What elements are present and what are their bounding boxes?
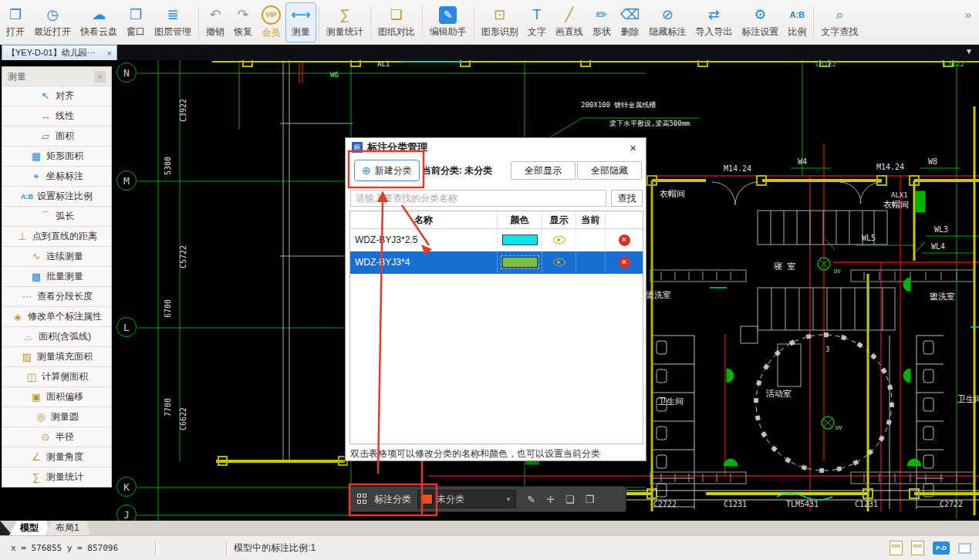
tab-layout1[interactable]: 布局1 — [45, 521, 90, 535]
measure-stats-button[interactable]: ∑测量统计 — [322, 2, 368, 42]
current-cell[interactable] — [576, 251, 606, 273]
color-swatch[interactable] — [502, 257, 538, 268]
tool-area[interactable]: ▱面积 — [2, 126, 111, 146]
color-swatch[interactable] — [502, 234, 538, 245]
move-icon[interactable]: ✛ — [546, 494, 555, 505]
grid-bubble-l: L — [116, 317, 137, 337]
tool-batch[interactable]: ▩批量测量 — [2, 266, 111, 286]
import-export-button[interactable]: ⇄导入导出 — [690, 2, 737, 42]
visibility-eye-icon[interactable] — [553, 236, 565, 244]
gear-icon: ⚙ — [754, 5, 766, 24]
draw-line-button[interactable]: ╱画直线 — [551, 2, 588, 42]
window-tag: C2722 — [653, 500, 677, 508]
tool-measure-stats[interactable]: ∑测量统计 — [2, 467, 111, 487]
delete-button[interactable]: ⌫删除 — [616, 2, 644, 42]
show-all-button[interactable]: 全部显示 — [511, 161, 576, 180]
toolbar-separator — [422, 6, 423, 39]
undo-button[interactable]: ↶撤销 — [201, 2, 229, 42]
classification-search-input[interactable] — [350, 190, 606, 207]
copy-icon[interactable]: ❏ — [565, 494, 575, 505]
tool-area-with-arc[interactable]: ⌓面积(含弧线) — [2, 326, 111, 346]
hide-annotation-button[interactable]: ⊘隐藏标注 — [644, 2, 690, 42]
dialog-close-icon[interactable]: × — [626, 141, 640, 154]
room-label-washroom: 盥洗室 — [930, 291, 955, 302]
tool-label: 修改单个标注属性 — [28, 310, 102, 323]
fill-area-icon: ▨ — [21, 351, 33, 363]
paste-icon[interactable]: ❐ — [585, 494, 594, 505]
eraser-icon: ⌫ — [620, 5, 640, 24]
tool-side-area[interactable]: ◫计算侧面积 — [2, 366, 111, 386]
layer-manage-button[interactable]: ≣图层管理 — [150, 2, 196, 42]
layers-icon: ≣ — [167, 5, 178, 24]
tool-label: 半径 — [56, 430, 74, 444]
grid-icon[interactable] — [357, 494, 368, 504]
tool-segment-length[interactable]: ⋯查看分段长度 — [2, 286, 111, 306]
tool-coordinate[interactable]: ⌖坐标标注 — [2, 166, 111, 186]
tool-align[interactable]: ↖对齐 — [2, 86, 111, 106]
text-icon: T — [532, 5, 541, 24]
display-toggle-icon[interactable] — [958, 543, 971, 554]
tool-fill-area[interactable]: ▨测量填充面积 — [2, 346, 111, 366]
measure-button[interactable]: ⟷测量 — [285, 2, 316, 42]
magnifier-icon: ⌕ — [836, 5, 843, 24]
edit-assistant-button[interactable]: ✎编辑助手 — [425, 2, 471, 42]
visibility-eye-icon[interactable] — [553, 258, 565, 266]
tool-angle[interactable]: ∠测量角度 — [2, 447, 111, 467]
room-label-cloakroom: 衣帽间 — [660, 188, 685, 200]
current-cell[interactable] — [576, 229, 606, 251]
tool-radius[interactable]: ⊙半径 — [2, 427, 111, 447]
classification-dropdown[interactable]: 未分类 ▼ — [417, 490, 516, 508]
find-button[interactable]: 查找 — [611, 190, 643, 207]
delete-icon[interactable]: ✕ — [619, 234, 630, 246]
recent-open-button[interactable]: ◷最近打开 — [29, 2, 76, 42]
measure-tool-panel: 测量 × ↖对齐 ↔线性 ▱面积 ▦矩形面积 ⌖坐标标注 A:B设置标注比例 ⌒… — [2, 66, 112, 487]
dialog-icon: 标 — [352, 142, 363, 153]
vip-member-button[interactable]: VIP会员 — [257, 2, 285, 42]
tool-area-offset[interactable]: ▣面积偏移 — [2, 386, 111, 407]
text-search-button[interactable]: ⌕文字查找 — [816, 2, 863, 42]
tab-close-icon[interactable]: × — [107, 49, 112, 58]
scale-button[interactable]: A:B比例 — [783, 2, 811, 42]
open-button[interactable]: ❐打开 — [2, 2, 29, 42]
tool-arc-length[interactable]: ⌒弧长 — [2, 206, 111, 226]
panel-close-icon[interactable]: × — [94, 71, 106, 83]
table-row-selected[interactable]: WDZ-BYJ3*4 ✕ — [350, 251, 643, 274]
drawing-compare-button[interactable]: ❏图纸对比 — [373, 2, 420, 42]
tool-linear[interactable]: ↔线性 — [2, 106, 111, 126]
hide-all-button[interactable]: 全部隐藏 — [577, 161, 642, 180]
tool-label: 计算侧面积 — [42, 370, 88, 383]
vip-icon: VIP — [262, 5, 281, 25]
toolbar-overflow-chevron-icon[interactable]: » — [959, 8, 977, 21]
tool-measure-circle[interactable]: ◎测量圆 — [2, 407, 111, 427]
tool-rect-area[interactable]: ▦矩形面积 — [2, 146, 111, 166]
strip-collapse-icon[interactable]: ▼ — [965, 47, 973, 56]
window-button[interactable]: ❒窗口 — [122, 2, 150, 42]
pdf-edit-icon[interactable]: PDF — [911, 541, 924, 555]
classify-label: 标注分类 — [374, 493, 411, 506]
clock-icon: ◷ — [46, 5, 59, 24]
delete-icon[interactable]: ✕ — [619, 257, 630, 268]
edit-icon[interactable]: ✎ — [527, 494, 535, 505]
hide-annotation-label: 隐藏标注 — [649, 25, 686, 39]
pdf-export-icon[interactable]: PDF — [890, 541, 903, 555]
redo-button[interactable]: ↷恢复 — [229, 2, 257, 42]
current-classification-text: 当前分类: 未分类 — [422, 164, 492, 177]
tool-set-scale[interactable]: A:B设置标注比例 — [2, 186, 111, 206]
tool-point-to-line[interactable]: ⊥点到直线的距离 — [2, 226, 111, 246]
cloud-drive-button[interactable]: ☁快看云盘 — [76, 2, 122, 42]
document-tab[interactable]: 【YEY-D-01】幼儿园··· × — [2, 45, 117, 60]
pd-badge-icon[interactable]: P-D — [933, 541, 950, 555]
tool-label: 测量角度 — [46, 450, 83, 464]
new-classification-button[interactable]: ⊕ 新建分类 — [354, 160, 420, 181]
tool-continuous[interactable]: ∿连续测量 — [2, 246, 111, 266]
text-button[interactable]: T文字 — [523, 2, 551, 42]
shape-button[interactable]: ✏形状 — [588, 2, 616, 42]
annotation-settings-button[interactable]: ⚙标注设置 — [737, 2, 783, 42]
table-row[interactable]: WDZ-BYJ3*2.5 ✕ — [350, 229, 643, 251]
toolbar-separator — [198, 6, 199, 39]
main-toolbar: ❐打开 ◷最近打开 ☁快看云盘 ❒窗口 ≣图层管理 ↶撤销 ↷恢复 VIP会员 … — [0, 0, 979, 45]
rect-area-icon: ▦ — [30, 150, 42, 162]
tab-model[interactable]: 模型 — [9, 521, 49, 535]
tool-modify-annotation[interactable]: ◈修改单个标注属性 — [2, 306, 111, 326]
shape-recognition-button[interactable]: ⊡图形识别 — [477, 2, 523, 42]
